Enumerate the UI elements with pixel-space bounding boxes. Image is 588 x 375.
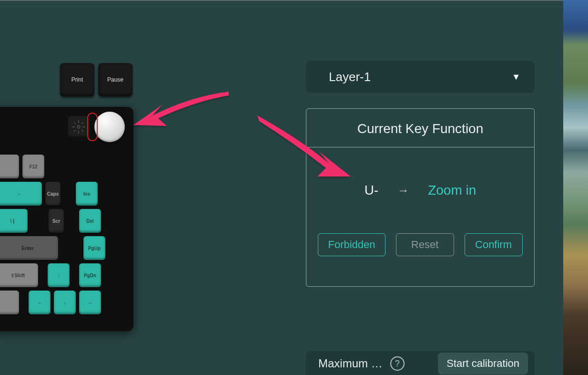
key-up[interactable]: ↑ [48,263,70,287]
key-f12[interactable]: F12 [22,155,44,178]
panel-title: Current Key Function [306,109,534,147]
chevron-down-icon: ▼ [512,72,520,82]
current-key-function-panel: Current Key Function U- → Zoom in Forbid… [306,108,535,287]
key-caps-indicator: Caps [45,182,61,206]
key-print[interactable]: Print [60,63,94,96]
mapping-from: U- [365,183,379,198]
svg-line-7 [81,122,83,124]
layer-dropdown[interactable]: Layer-1 ▼ [306,61,535,93]
key-pause[interactable]: Pause [98,63,132,96]
key-backspace[interactable]: ← [0,182,42,206]
svg-line-5 [74,122,76,124]
key-pgdn[interactable]: PgDn [79,263,101,287]
help-icon[interactable]: ? [390,356,405,371]
forbidden-button[interactable]: Forbidden [318,233,385,256]
key-shift[interactable]: ⇧Shift [0,263,38,287]
key-blank2[interactable] [0,291,19,314]
calibration-label: Maximum … [318,357,383,370]
key-down[interactable]: ↓ [54,291,76,314]
svg-point-0 [77,125,80,128]
keyboard-image: F12 ← Caps Ins \ | Scr Del Enter PgUp ⇧S… [0,107,133,331]
key-enter[interactable]: Enter [0,236,58,260]
lighting-key-icon[interactable] [68,116,90,138]
key-del[interactable]: Del [79,209,101,233]
mapping-to[interactable]: Zoom in [428,183,476,198]
key-pgup[interactable]: PgUp [83,236,105,260]
svg-line-6 [81,130,83,132]
calibration-bar: Maximum … ? Start calibration [306,351,535,375]
rotary-knob[interactable] [94,112,125,142]
arrow-right-icon: → [397,184,409,197]
key-scr-indicator: Scr [49,209,64,233]
key-blank[interactable] [0,155,19,178]
key-right[interactable]: → [79,291,101,314]
reset-button[interactable]: Reset [396,233,454,256]
app-panel: Print Pause F12 [0,0,563,375]
desktop-background-strip [563,0,588,375]
top-detached-keys: Print Pause [60,63,138,99]
key-left[interactable]: ← [29,291,51,314]
key-mapping-row: U- → Zoom in [306,147,534,233]
layer-selected-label: Layer-1 [329,70,371,84]
confirm-button[interactable]: Confirm [465,233,523,256]
svg-line-8 [74,130,76,132]
key-backslash[interactable]: \ | [0,209,28,233]
key-ins[interactable]: Ins [76,182,98,206]
start-calibration-button[interactable]: Start calibration [438,353,528,375]
